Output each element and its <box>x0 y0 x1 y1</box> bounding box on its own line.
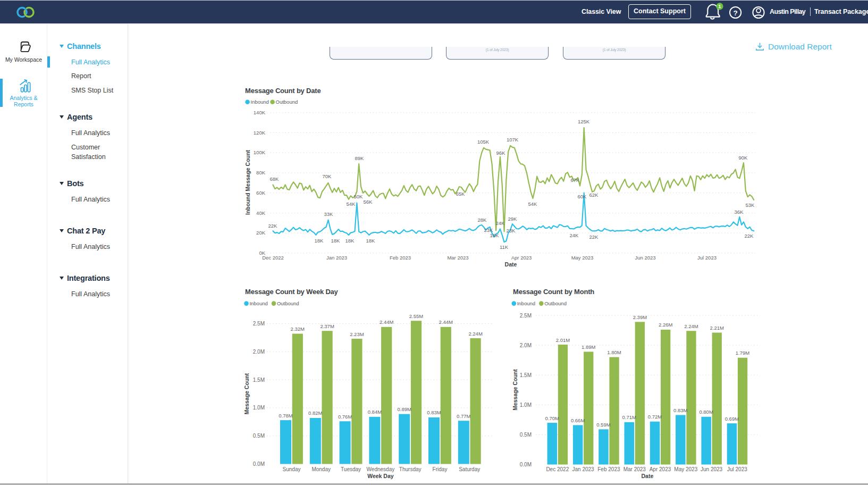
svg-text:Inbound: Inbound <box>251 99 269 105</box>
svg-text:0.77M: 0.77M <box>457 413 470 419</box>
svg-text:Message Count by Date: Message Count by Date <box>245 87 321 95</box>
svg-text:2.5M: 2.5M <box>520 313 532 319</box>
svg-text:Inbound Message Count: Inbound Message Count <box>245 150 251 215</box>
svg-text:0.66M: 0.66M <box>571 417 585 423</box>
svg-text:80K: 80K <box>256 170 266 175</box>
svg-text:1.5M: 1.5M <box>253 377 265 383</box>
svg-text:96K: 96K <box>496 150 506 156</box>
svg-text:67K: 67K <box>571 177 580 183</box>
svg-text:0.70M: 0.70M <box>545 415 559 421</box>
svg-text:Inbound: Inbound <box>517 300 535 306</box>
svg-text:Message Count by Month: Message Count by Month <box>513 288 594 296</box>
svg-text:0.69M: 0.69M <box>725 416 739 422</box>
svg-text:22K: 22K <box>268 223 278 229</box>
svg-text:50K: 50K <box>354 194 364 199</box>
svg-text:20K: 20K <box>256 230 266 236</box>
svg-text:Outbound: Outbound <box>544 300 567 306</box>
svg-text:Jan 2023: Jan 2023 <box>572 466 595 472</box>
svg-text:40K: 40K <box>256 210 266 216</box>
svg-text:2.44M: 2.44M <box>380 319 393 325</box>
svg-text:0.5M: 0.5M <box>520 432 532 438</box>
svg-text:28K: 28K <box>478 217 487 223</box>
svg-text:Jul 2023: Jul 2023 <box>727 466 747 472</box>
svg-text:18K: 18K <box>366 238 376 244</box>
svg-text:0.71M: 0.71M <box>622 414 636 420</box>
svg-text:1.5M: 1.5M <box>520 372 532 378</box>
svg-text:56K: 56K <box>364 199 373 205</box>
svg-text:2.37M: 2.37M <box>320 323 334 329</box>
svg-text:105K: 105K <box>477 139 490 145</box>
svg-text:0.76M: 0.76M <box>338 414 352 420</box>
svg-text:Outbound: Outbound <box>277 300 299 306</box>
svg-text:2.23M: 2.23M <box>350 331 364 337</box>
svg-text:Friday: Friday <box>433 466 448 472</box>
svg-text:0.80M: 0.80M <box>699 409 713 415</box>
svg-text:Jun 2023: Jun 2023 <box>635 255 655 261</box>
svg-text:22K: 22K <box>745 233 754 239</box>
svg-text:Feb 2023: Feb 2023 <box>597 466 620 472</box>
svg-text:2.0M: 2.0M <box>520 342 532 348</box>
svg-text:68K: 68K <box>270 176 280 182</box>
svg-text:Tuesday: Tuesday <box>341 466 361 472</box>
svg-text:Thursday: Thursday <box>399 466 422 472</box>
svg-text:Message Count by Week Day: Message Count by Week Day <box>245 288 339 296</box>
svg-text:Date: Date <box>642 473 654 479</box>
svg-text:May 2023: May 2023 <box>674 466 697 472</box>
svg-text:29K: 29K <box>508 216 518 222</box>
svg-text:Message Count: Message Count <box>512 369 518 411</box>
svg-text:May 2023: May 2023 <box>571 255 594 261</box>
svg-text:54K: 54K <box>528 201 538 207</box>
svg-text:0.78M: 0.78M <box>279 413 292 419</box>
svg-text:2.39M: 2.39M <box>633 314 647 320</box>
svg-text:36K: 36K <box>735 209 744 215</box>
svg-text:53K: 53K <box>746 202 755 208</box>
svg-text:2.32M: 2.32M <box>291 326 305 332</box>
svg-text:2.01M: 2.01M <box>556 337 570 343</box>
svg-text:140K: 140K <box>254 110 266 115</box>
svg-text:Apr 2023: Apr 2023 <box>511 255 532 261</box>
svg-text:1.0M: 1.0M <box>520 402 532 408</box>
svg-text:23K: 23K <box>507 228 516 233</box>
svg-text:2.21M: 2.21M <box>710 325 724 331</box>
svg-text:0.5M: 0.5M <box>253 433 265 439</box>
svg-text:60K: 60K <box>578 194 587 199</box>
svg-text:0.0M: 0.0M <box>520 462 532 467</box>
svg-text:1.0M: 1.0M <box>253 405 265 411</box>
svg-text:2.44M: 2.44M <box>439 319 453 325</box>
svg-text:Outbound: Outbound <box>276 99 298 105</box>
svg-text:0.59M: 0.59M <box>596 422 610 428</box>
svg-text:Dec 2022: Dec 2022 <box>546 466 569 472</box>
svg-text:2.26M: 2.26M <box>659 322 672 328</box>
svg-text:Jul 2023: Jul 2023 <box>697 255 717 261</box>
svg-text:Feb 2023: Feb 2023 <box>390 255 411 261</box>
svg-text:18K: 18K <box>315 238 324 244</box>
svg-text:Message Count: Message Count <box>243 373 250 414</box>
svg-text:0.82M: 0.82M <box>308 410 322 416</box>
svg-text:0.89M: 0.89M <box>397 406 411 412</box>
svg-text:Week Day: Week Day <box>367 473 394 479</box>
svg-text:18K: 18K <box>331 238 341 244</box>
svg-text:2.55M: 2.55M <box>409 313 423 319</box>
svg-text:0.84M: 0.84M <box>368 409 382 415</box>
svg-text:0.83M: 0.83M <box>427 409 441 415</box>
svg-text:54K: 54K <box>347 201 356 207</box>
svg-text:Mar 2023: Mar 2023 <box>447 255 468 261</box>
svg-text:90K: 90K <box>739 155 748 161</box>
svg-text:1.80M: 1.80M <box>607 349 621 355</box>
svg-text:Wednesday: Wednesday <box>367 466 395 472</box>
svg-text:89K: 89K <box>355 155 365 161</box>
svg-text:107K: 107K <box>507 137 519 143</box>
svg-text:62K: 62K <box>589 192 599 198</box>
svg-text:0.83M: 0.83M <box>673 407 687 413</box>
svg-text:24K: 24K <box>570 232 579 238</box>
svg-text:125K: 125K <box>578 119 590 124</box>
svg-text:2.24M: 2.24M <box>684 323 698 329</box>
svg-text:11K: 11K <box>500 244 509 250</box>
svg-text:100K: 100K <box>254 149 266 155</box>
svg-text:0.0M: 0.0M <box>253 461 265 467</box>
svg-text:Jun 2023: Jun 2023 <box>701 466 723 472</box>
svg-text:Dec 2022: Dec 2022 <box>262 255 284 261</box>
svg-text:Inbound: Inbound <box>249 300 267 306</box>
svg-text:Saturday: Saturday <box>459 466 480 472</box>
svg-text:18K: 18K <box>345 238 355 244</box>
